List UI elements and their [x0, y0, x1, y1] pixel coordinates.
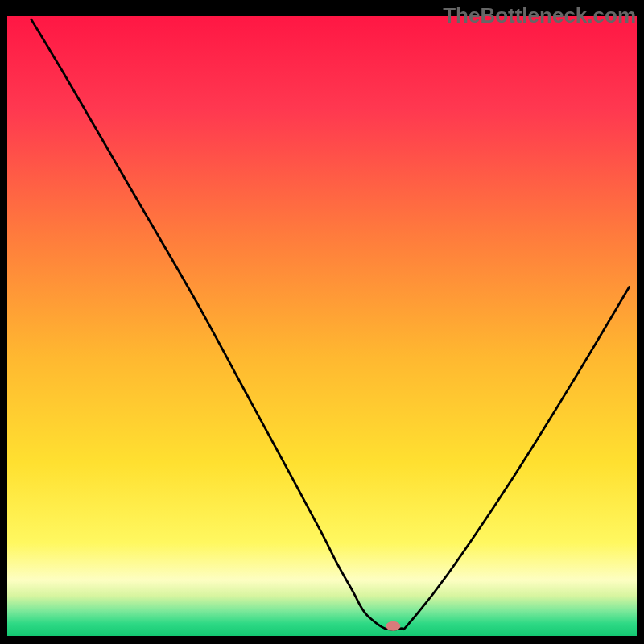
watermark-text: TheBottleneck.com: [443, 3, 636, 28]
bottleneck-chart: TheBottleneck.com: [0, 0, 644, 644]
chart-svg: [0, 0, 644, 644]
optimal-marker: [386, 621, 400, 631]
plot-area: [7, 16, 637, 636]
